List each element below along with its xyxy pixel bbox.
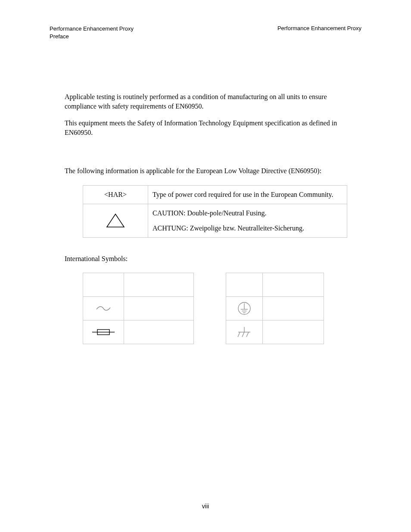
- header-left-line1: Performance Enhancement Proxy: [50, 25, 134, 33]
- table-row: [83, 273, 194, 297]
- protective-earth-icon: [237, 301, 252, 316]
- table-row: [226, 273, 324, 297]
- table-row: [226, 320, 324, 344]
- intl-table-left: [83, 273, 194, 344]
- intl-symbols-heading: International Symbols:: [65, 254, 353, 264]
- achtung-line: ACHTUNG: Zweipolige bzw. Neutralleiter-S…: [153, 224, 342, 233]
- spacer: [65, 145, 353, 166]
- har-desc-cell: Type of power cord required for use in t…: [148, 185, 347, 204]
- intl-right-r3-desc: [263, 320, 324, 344]
- har-symbol-cell: <HAR>: [83, 185, 148, 204]
- intl-right-r1-icon: [226, 273, 263, 297]
- svg-line-12: [238, 332, 240, 337]
- table-row: <HAR> Type of power cord required for us…: [83, 185, 347, 204]
- intl-right-r1-desc: [263, 273, 324, 297]
- table-row: [226, 297, 324, 320]
- table-row: [83, 320, 194, 344]
- ac-tilde-icon: [95, 305, 112, 312]
- header-right: Performance Enhancement Proxy: [277, 25, 361, 40]
- intl-left-r3-desc: [124, 320, 194, 344]
- chassis-ground-icon: [236, 326, 253, 339]
- directive-table: <HAR> Type of power cord required for us…: [83, 185, 347, 238]
- paragraph-3: The following information is applicable …: [65, 166, 353, 176]
- table-row: CAUTION: Double-pole/Neutral Fusing. ACH…: [83, 204, 347, 237]
- intl-left-r1-icon: [83, 273, 124, 297]
- paragraph-1: Applicable testing is routinely performe…: [65, 92, 353, 111]
- header-left-line2: Preface: [50, 33, 134, 40]
- svg-line-14: [246, 332, 249, 337]
- caution-triangle-cell: [83, 204, 148, 237]
- content-area: Applicable testing is routinely performe…: [65, 92, 353, 344]
- directive-table-wrap: <HAR> Type of power cord required for us…: [83, 185, 347, 238]
- paragraph-2: This equipment meets the Safety of Infor…: [65, 118, 353, 137]
- svg-line-13: [242, 332, 244, 337]
- caution-triangle-icon: [106, 213, 125, 228]
- caution-line: CAUTION: Double-pole/Neutral Fusing.: [153, 208, 342, 218]
- table-row: [83, 297, 194, 320]
- page-number: viii: [0, 503, 411, 510]
- intl-table-right: [226, 273, 324, 344]
- header-left: Performance Enhancement Proxy Preface: [50, 25, 134, 40]
- intl-left-r1-desc: [124, 273, 194, 297]
- intl-right-r2-desc: [263, 297, 324, 320]
- intl-left-r2-desc: [124, 297, 194, 320]
- intl-right-r2-icon: [226, 297, 263, 320]
- intl-right-r3-icon: [226, 320, 263, 344]
- intl-tables-row: [83, 273, 353, 344]
- intl-left-r2-icon: [83, 297, 124, 320]
- page-header: Performance Enhancement Proxy Preface Pe…: [50, 25, 361, 40]
- intl-left-r3-icon: [83, 320, 124, 344]
- svg-marker-0: [107, 214, 124, 227]
- caution-desc-cell: CAUTION: Double-pole/Neutral Fusing. ACH…: [148, 204, 347, 237]
- fuse-icon: [91, 327, 115, 337]
